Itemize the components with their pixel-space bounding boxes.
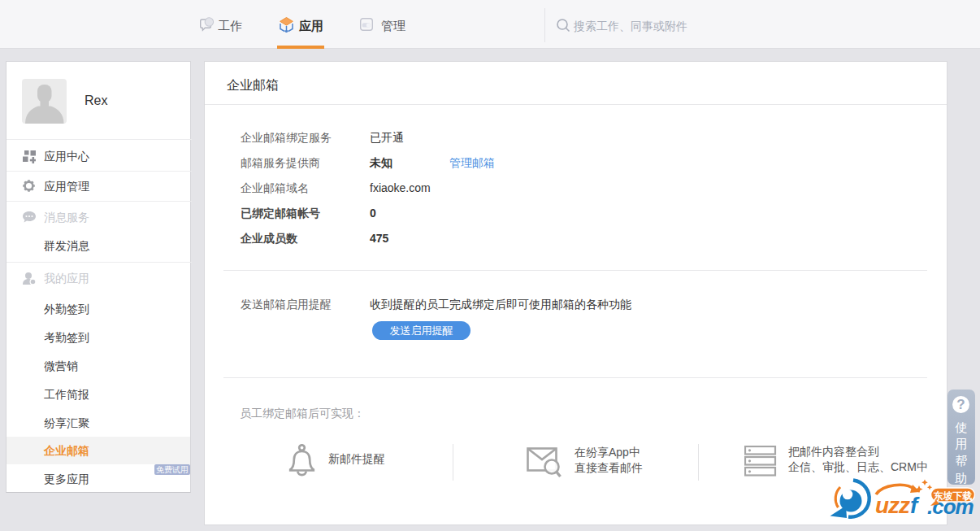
svg-text:东坡下载: 东坡下载 [933, 490, 973, 502]
svg-text:f: f [910, 493, 920, 518]
svg-text:uzz: uzz [875, 493, 910, 518]
